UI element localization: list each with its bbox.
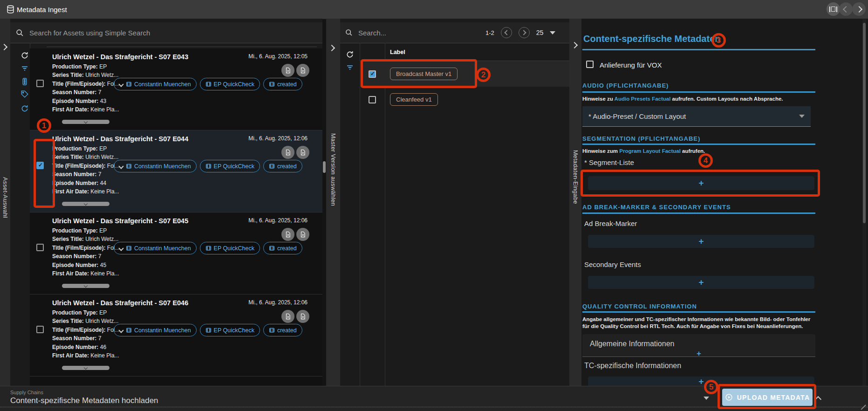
open-proxy-button[interactable] [296,146,309,159]
document-play-icon [285,149,291,156]
secondary-events-label: Secondary Events [584,260,641,268]
asset-list-top-divider [47,47,317,47]
asset-field: Title (Film/Episode): Fol... [52,162,119,170]
document-play-icon [285,231,291,238]
asset-field-value: 7 [98,171,102,178]
add-secondary-event-button[interactable]: + [588,276,814,289]
document-play-icon [300,149,306,156]
asset-field: Title (Film/Episode): Fol... [52,80,119,88]
footer-caret-icon[interactable] [704,397,709,400]
filter-icon[interactable] [346,63,354,72]
open-proxy-button[interactable] [296,228,309,241]
asset-field-value: 43 [100,98,106,104]
add-adbreak-button[interactable]: + [588,235,814,248]
version-checkbox[interactable] [369,96,376,103]
version-rail-label: Master Version auswählen [330,133,336,206]
audio-presets-link[interactable]: Audio Presets Factual [615,96,671,102]
select-caret-icon [799,115,805,118]
asset-chip[interactable]: EP QuickCheck [200,324,260,336]
asset-field-value: 46 [100,344,106,350]
asset-rail-label: Asset-Auswahl [2,177,8,218]
expand-card-handle[interactable] [62,366,109,370]
expand-metadata-panel-icon[interactable] [571,42,578,48]
asset-field: First Air Date: Keine Pla... [52,187,119,196]
refresh-icon[interactable] [346,50,354,59]
annotation-rect-asset-checkbox [34,139,55,208]
general-information-box[interactable]: Allgemeine Informationen + [582,334,815,357]
asset-list-scrollbar[interactable] [323,161,326,173]
expand-card-handle[interactable] [62,202,109,206]
chevron-down-icon [84,365,88,369]
film-icon [269,81,275,87]
asset-chip[interactable]: EP QuickCheck [200,78,260,90]
asset-card[interactable]: Ulrich Wetzel - Das Strafgericht - S07 E… [30,212,322,295]
annotation-circle-5: 5 [704,380,718,394]
asset-field-value: 7 [98,89,102,96]
chevron-down-icon [84,201,88,205]
filter-icon[interactable] [21,64,29,73]
asset-search-bar[interactable] [10,22,322,43]
asset-chip[interactable]: created [263,324,302,336]
asset-fields: Production Type: EP Series Title: Ulrich… [52,144,119,196]
asset-field: Title (Film/Episode): Fol... [52,326,119,334]
program-layout-link[interactable]: Program Layout Factual [619,148,681,154]
asset-chip[interactable]: created [263,160,302,172]
audio-hint: Hinweise zu Audio Presets Factual aufruf… [582,96,783,102]
asset-card[interactable]: Ulrich Wetzel - Das Strafgericht - S07 E… [30,295,322,377]
chevron-down-icon [84,283,88,287]
expand-card-handle[interactable] [62,284,109,288]
asset-chip[interactable]: Constantin Muenchen [114,78,197,90]
asset-chip[interactable]: EP QuickCheck [200,242,260,254]
asset-card[interactable]: Ulrich Wetzel - Das Strafgericht - S07 E… [30,130,322,212]
asset-chip[interactable]: Constantin Muenchen [114,160,197,172]
segmentation-hint-suffix: aufrufen. [681,148,705,154]
metadata-scrollbar-track[interactable] [862,19,866,386]
asset-search-input[interactable] [28,28,322,37]
version-label-chip[interactable]: Cleanfeed v1 [390,93,438,106]
expand-asset-panel-icon[interactable] [1,44,7,50]
page-size-caret-icon[interactable] [550,31,555,34]
open-proxy-button[interactable] [296,64,309,77]
sync-icon[interactable] [21,104,29,113]
audio-preset-select[interactable]: * Audio-Preset / Custom Layout [582,106,811,127]
open-player-button[interactable] [281,310,294,323]
vox-checkbox[interactable] [586,61,594,68]
asset-field-label: First Air Date: [52,106,89,113]
expand-version-panel-icon[interactable] [328,45,335,51]
open-player-button[interactable] [281,146,294,159]
open-player-button[interactable] [281,228,294,241]
open-proxy-button[interactable] [296,310,309,323]
plus-icon: + [582,349,815,357]
versions-icon[interactable] [21,77,29,86]
history-forward-button[interactable] [852,2,866,16]
pagination-prev-button[interactable] [501,27,512,38]
panel-layout-button[interactable] [827,2,840,16]
asset-chip[interactable]: EP QuickCheck [200,160,260,172]
asset-chip[interactable]: created [263,242,302,254]
asset-chip[interactable]: Constantin Muenchen [114,324,197,336]
asset-field-value: Keine Pla... [90,352,119,359]
version-row[interactable]: Cleanfeed v1 [360,87,569,112]
asset-chip-label: EP QuickCheck [214,163,254,170]
open-player-button[interactable] [281,64,294,77]
asset-field-label: Season Number: [52,253,96,260]
asset-chip[interactable]: created [263,78,302,90]
pagination-next-button[interactable] [519,27,530,38]
annotation-rect-segment-add [581,170,820,197]
asset-field-label: First Air Date: [52,270,89,277]
annotation-circle-3: 3 [711,33,726,48]
refresh-icon[interactable] [21,51,29,60]
asset-card[interactable]: Ulrich Wetzel - Das Strafgericht - S07 E… [30,48,322,130]
asset-checkbox[interactable] [36,326,44,333]
asset-checkbox[interactable] [36,244,44,251]
tag-icon[interactable] [21,90,29,98]
asset-chip[interactable]: Constantin Muenchen [114,242,197,254]
asset-checkbox[interactable] [36,80,44,87]
history-back-button[interactable] [839,2,853,16]
film-icon [269,163,275,169]
document-play-icon [300,313,306,320]
expand-card-handle[interactable] [62,120,109,124]
asset-fields: Production Type: EP Series Title: Ulrich… [52,226,119,278]
page-size-value[interactable]: 25 [536,29,544,36]
metadata-scrollbar-thumb[interactable] [863,23,866,223]
